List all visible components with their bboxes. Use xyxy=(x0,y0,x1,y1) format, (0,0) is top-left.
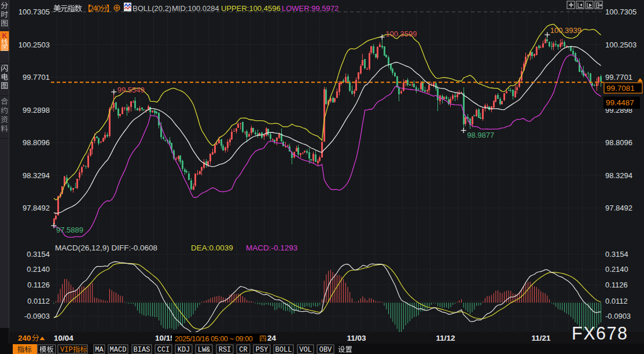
svg-text:-0.0903: -0.0903 xyxy=(24,312,50,320)
svg-text:0.2140: 0.2140 xyxy=(27,265,50,274)
svg-text:98.9877: 98.9877 xyxy=(467,131,494,139)
svg-text:0.1126: 0.1126 xyxy=(27,281,50,289)
svg-text:99.7701: 99.7701 xyxy=(23,73,50,82)
svg-text:98.8096: 98.8096 xyxy=(23,138,50,147)
svg-text:100.7305: 100.7305 xyxy=(19,8,50,16)
svg-text:MID:100.0284: MID:100.0284 xyxy=(172,4,219,13)
svg-text:OBV: OBV xyxy=(319,346,332,354)
svg-text:BOLL: BOLL xyxy=(275,346,292,354)
svg-text:UPPER:100.4596: UPPER:100.4596 xyxy=(221,4,281,13)
svg-text:LW&: LW& xyxy=(198,346,211,354)
svg-text:0.3154: 0.3154 xyxy=(605,250,628,259)
svg-text:100.3599: 100.3599 xyxy=(385,30,417,38)
svg-text:99.2898: 99.2898 xyxy=(23,106,50,115)
svg-text:RSI: RSI xyxy=(219,346,231,354)
svg-text:0.0112: 0.0112 xyxy=(27,297,50,305)
svg-text:10/04: 10/04 xyxy=(54,334,73,342)
svg-text:FX678: FX678 xyxy=(572,323,628,343)
svg-text:K: K xyxy=(2,32,7,40)
svg-text:BIAS: BIAS xyxy=(134,346,150,354)
svg-text:MACD(26,12,9) DIFF:-0.0608: MACD(26,12,9) DIFF:-0.0608 xyxy=(55,244,157,252)
svg-text:100.2503: 100.2503 xyxy=(605,40,636,49)
svg-text:DEA:0.0039: DEA:0.0039 xyxy=(191,244,233,252)
svg-text:97.5889: 97.5889 xyxy=(56,226,83,234)
svg-text:99.7081: 99.7081 xyxy=(606,84,635,93)
svg-text:11/21: 11/21 xyxy=(531,334,551,342)
svg-text:MACD: MACD xyxy=(110,346,127,354)
svg-text:-0.0903: -0.0903 xyxy=(605,312,631,320)
svg-text:99.7701: 99.7701 xyxy=(605,73,632,82)
svg-text:CCI: CCI xyxy=(157,346,170,354)
svg-text:PSY: PSY xyxy=(256,346,268,354)
svg-text:240: 240 xyxy=(18,334,31,342)
svg-text:VIP: VIP xyxy=(60,346,73,354)
svg-text:VOL: VOL xyxy=(299,346,312,354)
svg-text:99.4487: 99.4487 xyxy=(606,98,634,107)
svg-text:98.3294: 98.3294 xyxy=(605,171,632,180)
svg-text:100.3939: 100.3939 xyxy=(550,26,582,35)
svg-text:100.7305: 100.7305 xyxy=(605,8,636,16)
svg-text:98.3294: 98.3294 xyxy=(23,171,50,180)
svg-text:11/03: 11/03 xyxy=(347,334,366,342)
svg-text:0.2140: 0.2140 xyxy=(605,265,628,274)
svg-text:0.3154: 0.3154 xyxy=(27,250,50,259)
svg-text:11/12: 11/12 xyxy=(436,334,455,342)
svg-text:98.8096: 98.8096 xyxy=(605,138,632,147)
svg-text:24: 24 xyxy=(267,334,277,342)
svg-text:MACD:-0.1293: MACD:-0.1293 xyxy=(246,244,297,252)
svg-text:0.1126: 0.1126 xyxy=(605,281,628,289)
svg-text:BOLL(20,2): BOLL(20,2) xyxy=(133,4,171,13)
svg-text:97.8492: 97.8492 xyxy=(23,204,50,212)
svg-text:CR: CR xyxy=(239,346,247,354)
svg-text:LOWER:99.5972: LOWER:99.5972 xyxy=(282,4,338,13)
svg-text:MA: MA xyxy=(95,346,104,354)
svg-text:99.5549: 99.5549 xyxy=(117,86,145,94)
svg-text:0.0112: 0.0112 xyxy=(605,297,628,305)
svg-text:97.8492: 97.8492 xyxy=(605,204,632,212)
svg-text:2025/10/16 05:00 ~ 09:00: 2025/10/16 05:00 ~ 09:00 xyxy=(175,335,253,343)
svg-text:KDJ: KDJ xyxy=(178,346,190,354)
svg-text:100.2503: 100.2503 xyxy=(19,40,50,49)
